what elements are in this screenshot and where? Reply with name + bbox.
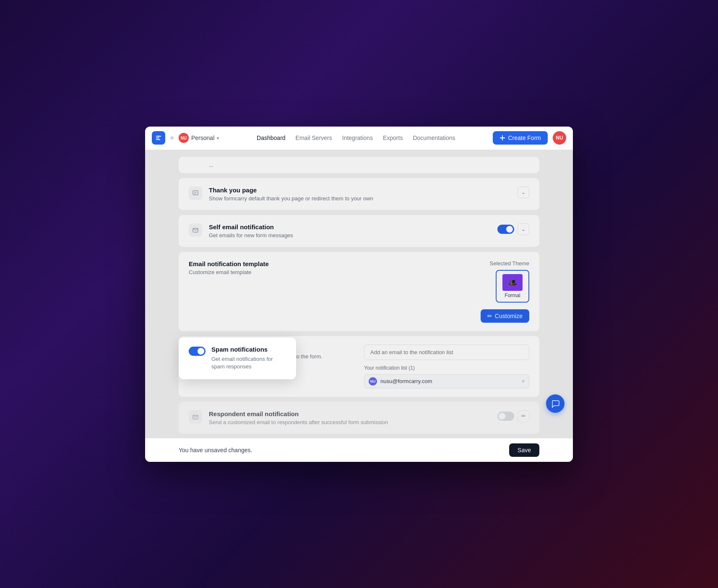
- spam-notifications-popup: Spam notifications Get email notificatio…: [179, 337, 296, 379]
- self-email-expand-button[interactable]: ⌄: [518, 223, 529, 235]
- create-form-button[interactable]: Create Form: [493, 131, 548, 145]
- chevron-down-icon: ▾: [217, 136, 219, 140]
- partial-card-text: ...: [209, 162, 213, 168]
- email-remove-button[interactable]: ×: [522, 378, 525, 384]
- selected-theme-label: Selected Theme: [490, 260, 529, 267]
- nav-email-servers[interactable]: Email Servers: [296, 135, 332, 141]
- notification-list-label: Your notification list (1): [364, 365, 529, 371]
- respondent-edit-button[interactable]: ✏: [518, 410, 529, 422]
- workspace-selector[interactable]: NU Personal ▾: [179, 133, 219, 143]
- respondent-card: Respondent email notification Send a cus…: [179, 402, 539, 434]
- respondent-icon: [189, 410, 202, 424]
- email-notification-input[interactable]: [364, 345, 529, 360]
- respondent-title: Respondent email notification: [209, 410, 491, 417]
- self-email-card: Self email notification Get emails for n…: [179, 215, 539, 247]
- theme-name: Formal: [505, 293, 520, 298]
- email-address: nusu@formcarry.com: [380, 378, 518, 384]
- svg-rect-5: [193, 191, 198, 195]
- template-desc: Customize email template: [189, 269, 269, 275]
- save-button[interactable]: Save: [509, 443, 539, 457]
- svg-rect-0: [156, 136, 161, 137]
- nav-documentations[interactable]: Documentations: [413, 135, 455, 141]
- footer-bar: You have unsaved changes. Save: [145, 438, 573, 462]
- pencil-icon: ✏: [487, 313, 492, 319]
- nav-exports[interactable]: Exports: [383, 135, 403, 141]
- template-text: Email notification template Customize em…: [189, 260, 269, 275]
- self-email-icon: [189, 223, 202, 237]
- chat-button[interactable]: [546, 394, 565, 413]
- workspace-avatar: NU: [179, 133, 189, 143]
- self-email-desc: Get emails for new form messages: [209, 232, 491, 238]
- workspace-name: Personal: [191, 135, 214, 141]
- email-avatar: NU: [369, 377, 377, 386]
- emails-right: Your notification list (1) NU nusu@formc…: [364, 345, 529, 389]
- thank-you-expand-button[interactable]: ⌄: [518, 187, 529, 198]
- user-avatar[interactable]: NU: [553, 131, 566, 145]
- spam-title: Spam notifications: [211, 346, 286, 353]
- nav-dashboard[interactable]: Dashboard: [257, 135, 286, 141]
- spam-toggle[interactable]: [189, 347, 206, 356]
- header: NU Personal ▾ Dashboard Email Servers In…: [145, 127, 573, 150]
- nav-integrations[interactable]: Integrations: [342, 135, 373, 141]
- customize-button[interactable]: ✏ Customize: [481, 309, 529, 323]
- email-tag: NU nusu@formcarry.com ×: [364, 374, 529, 389]
- main-content: ... Thank you page Show formcarry defaul…: [145, 150, 573, 438]
- template-card: Email notification template Customize em…: [179, 252, 539, 331]
- svg-rect-4: [500, 137, 505, 138]
- svg-rect-2: [156, 139, 160, 140]
- unsaved-changes-text: You have unsaved changes.: [179, 447, 252, 453]
- thank-you-title: Thank you page: [209, 187, 511, 194]
- template-right: Selected Theme 🎩 Formal ✏ Customize: [481, 260, 529, 323]
- nav-separator-dot: [170, 136, 174, 140]
- respondent-text: Respondent email notification Send a cus…: [209, 410, 491, 425]
- respondent-right: ✏: [497, 410, 529, 422]
- theme-thumbnail: 🎩: [502, 274, 523, 291]
- logo-icon: [152, 131, 165, 145]
- theme-preview[interactable]: 🎩 Formal: [496, 270, 529, 303]
- respondent-desc: Send a customized email to respondents a…: [209, 419, 491, 425]
- template-title: Email notification template: [189, 260, 269, 267]
- partial-top-card: ...: [179, 157, 539, 173]
- self-email-right: ⌄: [497, 223, 529, 235]
- self-email-toggle[interactable]: [497, 225, 514, 234]
- self-email-text: Self email notification Get emails for n…: [209, 223, 491, 238]
- spam-content: Spam notifications Get email notificatio…: [211, 346, 286, 370]
- thank-you-right: ⌄: [518, 187, 529, 198]
- svg-rect-1: [156, 137, 159, 138]
- main-nav: Dashboard Email Servers Integrations Exp…: [257, 135, 455, 141]
- thank-you-card: Thank you page Show formcarry default th…: [179, 178, 539, 210]
- thank-you-desc: Show formcarry default thank you page or…: [209, 195, 511, 202]
- thank-you-icon: [189, 187, 202, 200]
- spam-desc: Get email notifications for spam respons…: [211, 355, 286, 370]
- header-right: Create Form NU: [493, 131, 566, 145]
- thank-you-text: Thank you page Show formcarry default th…: [209, 187, 511, 202]
- respondent-toggle[interactable]: [497, 412, 514, 421]
- self-email-title: Self email notification: [209, 223, 491, 231]
